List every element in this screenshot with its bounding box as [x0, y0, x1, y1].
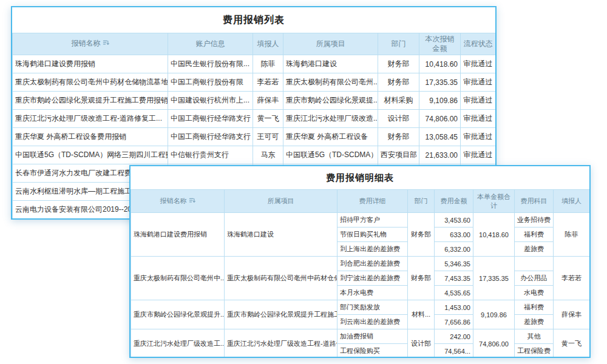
account-info-text: 中国建设银行杭州市上... — [168, 92, 253, 110]
expense-subject-text: 水电费 — [515, 286, 554, 300]
expense-amount-text: 7,656.86 — [435, 315, 473, 329]
reimbursement-name-link[interactable]: 重庆华夏 外高桥工程设备费用报销 — [13, 128, 168, 146]
list-header-row: 报销名称账户信息填报人所属项目部门本次报销金额流程状态 — [13, 33, 496, 55]
sort-icon[interactable] — [189, 197, 195, 206]
column-label: 本次报销金额 — [426, 35, 455, 53]
account-info-text: 中国工商银行股份有限 — [168, 73, 253, 92]
amount-text: 10,418.60 — [419, 55, 461, 73]
expense-amount-text: 3,453.60 — [435, 213, 473, 228]
order-total-text: 17,335.35 — [473, 257, 515, 300]
expense-subject-text: 差旅费 — [515, 242, 554, 257]
column-label: 填报人 — [257, 39, 279, 48]
expense-amount-text: 5,346.35 — [435, 257, 473, 271]
detail-column-header: 费用详细 — [337, 190, 408, 213]
expense-amount-text: 1,453.00 — [435, 300, 473, 315]
reimbursement-name-link[interactable]: 重庆市鹅岭公园绿化景观提升... — [131, 300, 225, 329]
project-link[interactable]: 重庆太极制药有限公司亳州... — [283, 73, 378, 92]
filler-link[interactable]: 李若若 — [554, 257, 590, 300]
list-column-header: 部门 — [378, 33, 419, 55]
reimbursement-name-link[interactable]: 中国联通5G（TD-SCDMA）网络三期四川工程费... — [13, 146, 168, 164]
expense-amount-text: 6,332.00 — [435, 242, 473, 257]
status-text: 审批通过 — [461, 146, 496, 164]
project-link[interactable]: 珠海鹤港口建设 — [225, 213, 337, 257]
filler-link[interactable]: 陈菲 — [554, 213, 590, 257]
project-link[interactable]: 中国联通5G（TD-SCDMA）网... — [283, 146, 378, 164]
detail-row: 重庆太极制药有限公司亳州中...重庆太极制药有限公司亳州中药材仓储物流到合肥出差… — [131, 257, 590, 271]
detail-column-header: 报销名称 — [131, 190, 225, 213]
list-row: 重庆市鹅岭公园绿化景观提升工程施工费用报销中国建设银行杭州市上...薛保丰重庆市… — [13, 92, 496, 110]
column-label: 账户信息 — [196, 39, 225, 48]
expense-detail-table: 报销名称所属项目费用详细部门费用金额本单金额合计费用科目填报人 珠海鹤港口建设费… — [131, 189, 590, 358]
expense-list-title: 费用报销列表 — [12, 7, 495, 33]
expense-amount-text: 242.00 — [435, 329, 473, 344]
column-label: 所属项目 — [316, 39, 345, 48]
column-label: 填报人 — [561, 197, 582, 204]
account-info-text: 中信银行贵州支行 — [168, 146, 253, 164]
department-text: 材料采购 — [378, 92, 419, 110]
project-link[interactable]: 珠海鹤港口建设 — [283, 55, 378, 73]
amount-text: 9,109.86 — [419, 92, 461, 110]
reimbursement-name-link[interactable]: 重庆江北污水处理厂级改造工程-道路修复工... — [13, 110, 168, 128]
reimbursement-name-link[interactable]: 重庆太极制药有限公司亳州中... — [131, 257, 225, 300]
expense-detail-text: 到上海出差的差旅费 — [337, 242, 408, 257]
detail-column-header: 部门 — [408, 190, 435, 213]
filler-link[interactable]: 马东 — [253, 146, 283, 164]
expense-subject-text: 福利费 — [515, 300, 554, 315]
amount-text: 13,058.45 — [419, 128, 461, 146]
list-column-header: 账户信息 — [168, 33, 253, 55]
detail-row: 重庆江北污水处理厂级改造工...重庆江北污水处理厂级改造工程-道路修复工加油费报… — [131, 329, 590, 344]
project-link[interactable]: 重庆江北污水处理厂级改造... — [283, 110, 378, 128]
department-text: 财务部 — [408, 213, 435, 257]
column-label: 费用科目 — [521, 197, 548, 204]
list-column-header: 报销名称 — [13, 33, 168, 55]
project-link[interactable]: 重庆太极制药有限公司亳州中药材仓储物流 — [225, 257, 337, 300]
filler-link[interactable]: 黄一飞 — [554, 329, 590, 359]
detail-header-row: 报销名称所属项目费用详细部门费用金额本单金额合计费用科目填报人 — [131, 190, 590, 213]
reimbursement-name-link[interactable]: 珠海鹤港口建设费用报销 — [131, 213, 225, 257]
project-link[interactable]: 重庆华夏 外高桥工程设备 — [283, 128, 378, 146]
filler-link[interactable]: 黄一飞 — [253, 110, 283, 128]
status-text: 审批通过 — [461, 128, 496, 146]
account-info-text: 中国工商银行经华路支行 — [168, 110, 253, 128]
project-link[interactable]: 重庆市鹅岭公园绿化景观提升工程施工 — [225, 300, 337, 329]
filler-link[interactable]: 陈菲 — [253, 55, 283, 73]
expense-detail-text: 到合肥出差的差旅费 — [337, 257, 408, 271]
department-text: 财务部 — [378, 128, 419, 146]
detail-row: 珠海鹤港口建设费用报销珠海鹤港口建设招待甲方客户财务部3,453.6010,41… — [131, 213, 590, 228]
reimbursement-name-link[interactable]: 重庆市鹅岭公园绿化景观提升工程施工费用报销 — [13, 92, 168, 110]
expense-detail-text: 加油费报销 — [337, 329, 408, 344]
filler-link[interactable]: 薛保丰 — [554, 300, 590, 329]
department-text: 财务部 — [378, 55, 419, 73]
project-link[interactable]: 重庆江北污水处理厂级改造工程-道路修复工 — [225, 329, 337, 359]
department-text: 设计部 — [408, 329, 435, 359]
reimbursement-name-link[interactable]: 重庆太极制药有限公司亳州中药材仓储物流基地... — [13, 73, 168, 92]
column-label: 所属项目 — [268, 197, 294, 204]
filler-link[interactable]: 李若若 — [253, 73, 283, 92]
department-text: 材料... — [408, 300, 435, 329]
detail-column-header: 费用金额 — [435, 190, 473, 213]
amount-text: 17,335.35 — [419, 73, 461, 92]
list-column-header: 本次报销金额 — [419, 33, 461, 55]
project-link[interactable]: 重庆市鹅岭公园绿化景观提... — [283, 92, 378, 110]
expense-detail-text: 本月水电费 — [337, 286, 408, 300]
column-label: 费用金额 — [441, 197, 467, 204]
column-label: 报销名称 — [72, 39, 101, 47]
account-info-text: 中国工商银行经华路支行 — [168, 128, 253, 146]
list-row: 重庆华夏 外高桥工程设备费用报销中国工商银行经华路支行王可可重庆华夏 外高桥工程… — [13, 128, 496, 146]
detail-column-header: 本单金额合计 — [473, 190, 515, 213]
expense-detail-title: 费用报销明细表 — [131, 166, 589, 189]
list-row: 珠海鹤港口建设费用报销中国民生银行股份有限...陈菲珠海鹤港口建设财务部10,4… — [13, 55, 496, 73]
filler-link[interactable]: 薛保丰 — [253, 92, 283, 110]
list-row: 重庆江北污水处理厂级改造工程-道路修复工...中国工商银行经华路支行黄一飞重庆江… — [13, 110, 496, 128]
sort-icon[interactable] — [103, 39, 109, 49]
column-label: 部门 — [392, 39, 406, 48]
expense-amount-text: 633.00 — [435, 228, 473, 242]
reimbursement-name-link[interactable]: 重庆江北污水处理厂级改造工... — [131, 329, 225, 359]
department-text: 财务部 — [378, 73, 419, 92]
order-total-text: 10,418.60 — [473, 213, 515, 257]
reimbursement-name-link[interactable]: 珠海鹤港口建设费用报销 — [13, 55, 168, 73]
list-column-header: 填报人 — [253, 33, 283, 55]
department-text: 财务部 — [408, 257, 435, 300]
filler-link[interactable]: 王可可 — [253, 128, 283, 146]
expense-detail-text: 招待甲方客户 — [337, 213, 408, 228]
